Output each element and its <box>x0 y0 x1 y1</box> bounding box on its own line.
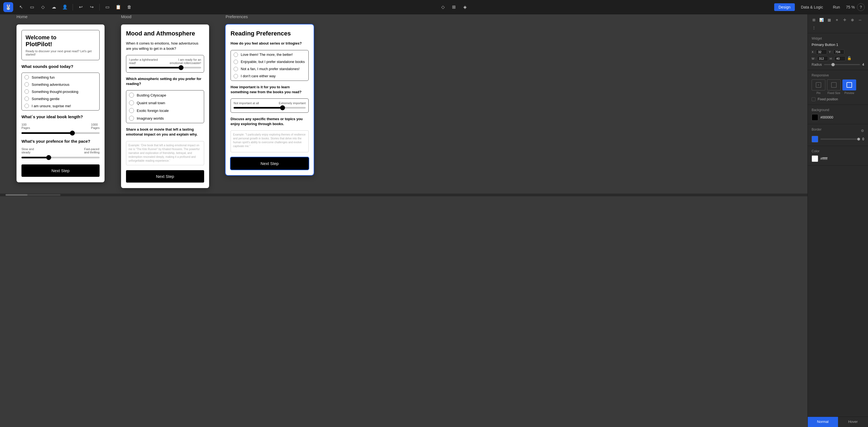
resp-preview[interactable] <box>842 79 856 91</box>
redo-button[interactable]: ↪ <box>87 3 96 11</box>
paste-button[interactable]: 📋 <box>114 3 123 11</box>
setting-cityscape[interactable]: Bustling Cityscape <box>129 93 201 98</box>
option-something-fun[interactable]: Something fun <box>25 75 97 79</box>
home-slider3-track[interactable] <box>22 157 100 158</box>
h-input[interactable] <box>834 56 845 61</box>
pref-not-fan[interactable]: Not a fan, I much prefer standalones! <box>234 67 306 71</box>
chart-icon[interactable]: 📊 <box>818 17 825 23</box>
y-input[interactable] <box>833 50 844 55</box>
lock-icon[interactable]: 🔓 <box>847 56 851 61</box>
border-color-swatch[interactable] <box>812 136 818 142</box>
canvas-scrollbar <box>0 194 807 196</box>
scrollbar-thumb[interactable] <box>5 194 28 196</box>
mood-textarea[interactable]: Example: 'One book that left a lasting e… <box>126 141 204 165</box>
run-tab[interactable]: Run <box>829 3 844 11</box>
more-icon[interactable]: ⋮ <box>810 24 817 31</box>
radius-row: Radius 4 <box>812 63 864 67</box>
widget-name: Primary Button 1 <box>812 43 864 47</box>
canvas-area: Home Welcome toPlotPilot! Ready to disco… <box>0 14 807 427</box>
pref-slider-left: Not important at all <box>234 101 259 105</box>
home-slider3-fill <box>22 157 49 158</box>
pref-radio-enjoyable <box>234 60 238 64</box>
screens-container: Home Welcome toPlotPilot! Ready to disco… <box>0 14 807 194</box>
cloud-tool[interactable]: ☁ <box>50 3 58 11</box>
normal-state-tab[interactable]: Normal <box>808 417 838 427</box>
w-input[interactable] <box>817 56 828 61</box>
help-button[interactable]: ? <box>857 3 865 11</box>
w-field: W : <box>812 56 828 61</box>
border-settings-icon[interactable]: ⚙ <box>861 129 864 133</box>
bg-label: Background <box>812 108 864 112</box>
grid-tool[interactable]: ⊞ <box>450 3 458 11</box>
mood-settings-group: Bustling Cityscape Quaint small town Exo… <box>126 90 204 123</box>
pref-dontcare-label: I don't care either way <box>241 74 276 78</box>
border-thumb[interactable] <box>857 138 860 140</box>
user-tool[interactable]: 👤 <box>61 3 69 11</box>
hover-state-tab[interactable]: Hover <box>838 417 868 427</box>
pref-dont-care[interactable]: I don't care either way <box>234 74 306 78</box>
home-slider2-labels: 100Pages 1000Pages <box>22 123 100 130</box>
pref-slider-track[interactable] <box>234 107 306 109</box>
expand-icon[interactable]: ⊕ <box>849 17 856 23</box>
home-slider2-thumb[interactable] <box>70 131 75 136</box>
slider3-max: Fast-pacedand thrilling <box>84 147 100 154</box>
data-logic-tab[interactable]: Data & Logic <box>797 3 827 11</box>
layers-tool[interactable]: ◈ <box>461 3 469 11</box>
resp-fixed-label: Fixed Size <box>827 92 841 95</box>
layout-icon[interactable]: ▦ <box>826 17 833 23</box>
border-slider[interactable] <box>820 139 860 140</box>
option-something-adventurous[interactable]: Something adventurous <box>25 82 97 87</box>
design-tab[interactable]: Design <box>774 3 795 11</box>
logo[interactable]: 🐰 <box>3 2 13 12</box>
fixed-position-checkbox[interactable] <box>812 97 815 101</box>
home-screen-wrapper: Home Welcome toPlotPilot! Ready to disco… <box>17 14 104 182</box>
pref-enjoyable[interactable]: Enjoyable, but I prefer standalone books <box>234 60 306 64</box>
home-slider2-track[interactable] <box>22 132 100 134</box>
pref-q3: Discuss any specific themes or topics yo… <box>230 117 309 127</box>
mood-next-btn[interactable]: Next Step <box>126 170 204 183</box>
option-thought-label: Something thought-provoking <box>32 90 79 94</box>
undo-button[interactable]: ↩ <box>76 3 85 11</box>
h-label: H : <box>830 57 834 60</box>
copy-frame-button[interactable]: ▭ <box>103 3 112 11</box>
mood-slider-thumb[interactable] <box>179 65 184 70</box>
option-unsure[interactable]: I am unsure, suprise me! <box>25 104 97 108</box>
cursor-tool[interactable]: ↖ <box>17 3 25 11</box>
home-slider3-thumb[interactable] <box>46 155 51 160</box>
align-center-icon[interactable]: ≡ <box>834 17 840 23</box>
pref-q1: How do you feel about series or trilogie… <box>230 41 309 46</box>
option-something-thought-provoking[interactable]: Something thought-provoking <box>25 89 97 94</box>
color-swatch[interactable] <box>812 155 818 162</box>
mood-slider-labels: I prefer a lighthearted read! I am ready… <box>129 58 201 65</box>
radius-thumb[interactable] <box>831 63 835 66</box>
setting-foreign[interactable]: Exotic foreign locale <box>129 108 201 113</box>
delete-button[interactable]: 🗑 <box>125 3 134 11</box>
pref-next-btn[interactable]: Next Step <box>230 157 309 170</box>
align-left-icon[interactable]: ⊞ <box>810 17 817 23</box>
setting-smalltown[interactable]: Quaint small town <box>129 100 201 105</box>
minus-icon[interactable]: ─ <box>857 17 863 23</box>
mood-slider-fill <box>129 67 181 68</box>
slider2-max: 1000Pages <box>91 123 100 130</box>
pref-slider-thumb[interactable] <box>280 105 285 110</box>
option-something-gentle[interactable]: Something gentle <box>25 97 97 101</box>
move-icon[interactable]: ✛ <box>841 17 848 23</box>
pref-textarea[interactable]: Example: "I particularly enjoy exploring… <box>230 130 309 152</box>
mood-slider-left: I prefer a lighthearted read! <box>129 58 161 65</box>
mood-slider-track[interactable] <box>129 67 201 68</box>
component-tool[interactable]: ◇ <box>38 3 47 11</box>
resp-pin[interactable] <box>812 79 825 91</box>
scrollbar-track[interactable] <box>5 194 61 196</box>
home-q1-title: What sounds good today? <box>22 64 100 69</box>
frame-tool[interactable]: ▭ <box>28 3 36 11</box>
bg-color-swatch[interactable] <box>812 114 818 121</box>
radius-slider[interactable] <box>824 64 860 65</box>
home-next-btn[interactable]: Next Step <box>22 164 100 177</box>
home-label: Home <box>17 14 28 19</box>
x-input[interactable] <box>816 50 827 55</box>
pref-love-series[interactable]: Love them! The more, the better! <box>234 53 306 57</box>
setting-imaginary[interactable]: Imaginary worlds <box>129 116 201 121</box>
resp-fixed-size[interactable] <box>827 79 841 91</box>
diamond-tool[interactable]: ◇ <box>438 3 447 11</box>
border-label: Border <box>812 128 822 131</box>
